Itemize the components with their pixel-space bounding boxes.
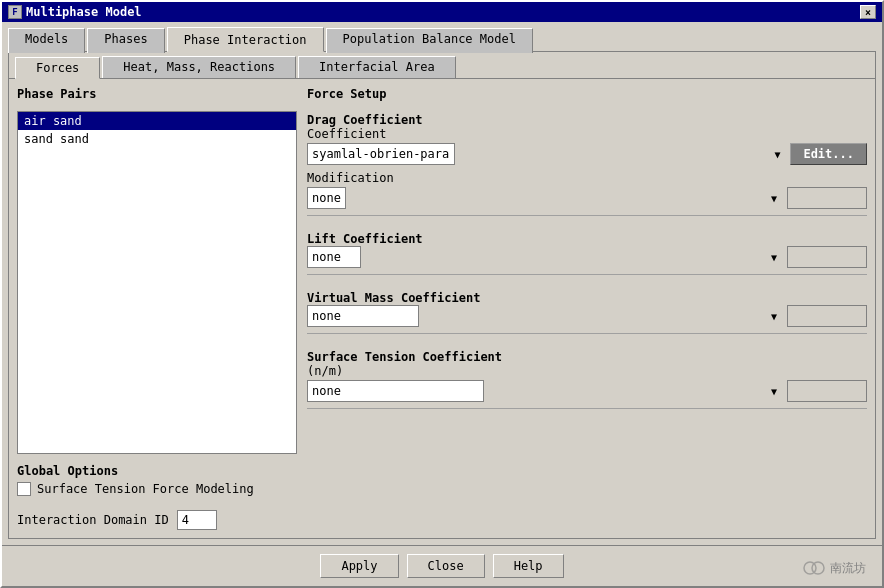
virtual-mass-row: none syamlal-obrien ▼ <box>307 305 867 327</box>
phase-pairs-label: Phase Pairs <box>17 87 297 101</box>
drag-coefficient-title: Drag Coefficient <box>307 113 867 127</box>
drag-coefficient-dropdown[interactable]: syamlal-obrien-para none schiller-nauman… <box>307 143 455 165</box>
lift-input[interactable] <box>787 246 867 268</box>
modification-dropdown[interactable]: none <box>307 187 346 209</box>
surface-tension-row: Surface Tension Force Modeling <box>17 482 297 496</box>
watermark: 南流坊 <box>802 558 866 578</box>
lift-arrow: ▼ <box>771 252 777 263</box>
surface-tension-coeff-wrapper: none continuum-surface-force ▼ <box>307 380 781 402</box>
modification-input[interactable] <box>787 187 867 209</box>
main-tabs: Models Phases Phase Interaction Populati… <box>2 22 882 51</box>
surface-tension-coeff-dropdown[interactable]: none continuum-surface-force <box>307 380 484 402</box>
window-icon: F <box>8 5 22 19</box>
svg-point-1 <box>812 562 824 574</box>
drag-coefficient-section: Drag Coefficient Coefficient syamlal-obr… <box>307 109 867 216</box>
body-area: Phase Pairs air sand sand sand Global Op… <box>9 79 875 538</box>
close-button[interactable]: Close <box>407 554 485 578</box>
edit-button[interactable]: Edit... <box>790 143 867 165</box>
left-panel: Phase Pairs air sand sand sand Global Op… <box>17 87 297 530</box>
lift-row: none moraga ▼ <box>307 246 867 268</box>
main-window: F Multiphase Model × Models Phases Phase… <box>0 0 884 588</box>
virtual-mass-input[interactable] <box>787 305 867 327</box>
apply-button[interactable]: Apply <box>320 554 398 578</box>
window-title: Multiphase Model <box>26 5 142 19</box>
force-setup-title: Force Setup <box>307 87 867 101</box>
help-button[interactable]: Help <box>493 554 564 578</box>
coefficient-label: Coefficient <box>307 127 867 141</box>
list-item[interactable]: air sand <box>18 112 296 130</box>
surface-tension-coeff-row: none continuum-surface-force ▼ <box>307 380 867 402</box>
virtual-mass-section: Virtual Mass Coefficient none syamlal-ob… <box>307 287 867 334</box>
lift-coefficient-section: Lift Coefficient none moraga ▼ <box>307 228 867 275</box>
virtual-mass-arrow: ▼ <box>771 311 777 322</box>
tab-phase-interaction[interactable]: Phase Interaction <box>167 27 324 52</box>
global-options-label: Global Options <box>17 464 297 478</box>
tab-models[interactable]: Models <box>8 28 85 53</box>
drag-coefficient-wrapper: syamlal-obrien-para none schiller-nauman… <box>307 143 784 165</box>
phase-pairs-list[interactable]: air sand sand sand <box>17 111 297 454</box>
virtual-mass-title: Virtual Mass Coefficient <box>307 291 867 305</box>
modification-arrow: ▼ <box>771 193 777 204</box>
lift-title: Lift Coefficient <box>307 232 867 246</box>
virtual-mass-wrapper: none syamlal-obrien ▼ <box>307 305 781 327</box>
modification-wrapper: none ▼ <box>307 187 781 209</box>
content-area: Forces Heat, Mass, Reactions Interfacial… <box>8 51 876 539</box>
list-item[interactable]: sand sand <box>18 130 296 148</box>
tab-population-balance[interactable]: Population Balance Model <box>326 28 533 53</box>
drag-dropdown-arrow: ▼ <box>774 149 780 160</box>
global-options-section: Global Options Surface Tension Force Mod… <box>17 464 297 496</box>
interaction-domain: Interaction Domain ID <box>17 510 297 530</box>
sub-tabs: Forces Heat, Mass, Reactions Interfacial… <box>9 52 875 79</box>
bottom-bar: Apply Close Help 南流坊 <box>2 545 882 586</box>
modification-label: Modification <box>307 171 867 185</box>
sub-tab-interfacial-area[interactable]: Interfacial Area <box>298 56 456 78</box>
interaction-domain-label: Interaction Domain ID <box>17 513 169 527</box>
watermark-text: 南流坊 <box>830 560 866 577</box>
drag-coefficient-row: syamlal-obrien-para none schiller-nauman… <box>307 143 867 165</box>
close-window-button[interactable]: × <box>860 5 876 19</box>
surface-tension-checkbox[interactable] <box>17 482 31 496</box>
surface-tension-coeff-title: Surface Tension Coefficient <box>307 350 867 364</box>
sub-tab-heat-mass[interactable]: Heat, Mass, Reactions <box>102 56 296 78</box>
lift-wrapper: none moraga ▼ <box>307 246 781 268</box>
sub-tab-forces[interactable]: Forces <box>15 57 100 79</box>
lift-dropdown[interactable]: none moraga <box>307 246 361 268</box>
title-bar: F Multiphase Model × <box>2 2 882 22</box>
interaction-domain-input[interactable] <box>177 510 217 530</box>
surface-tension-coeff-section: Surface Tension Coefficient (n/m) none c… <box>307 346 867 409</box>
modification-row: none ▼ <box>307 187 867 209</box>
surface-tension-label: Surface Tension Force Modeling <box>37 482 254 496</box>
tab-phases[interactable]: Phases <box>87 28 164 53</box>
virtual-mass-dropdown[interactable]: none syamlal-obrien <box>307 305 419 327</box>
surface-tension-coeff-input[interactable] <box>787 380 867 402</box>
surface-tension-coeff-arrow: ▼ <box>771 386 777 397</box>
surface-tension-subtitle: (n/m) <box>307 364 867 378</box>
right-panel: Force Setup Drag Coefficient Coefficient… <box>307 87 867 530</box>
watermark-icon <box>802 558 826 578</box>
title-bar-left: F Multiphase Model <box>8 5 142 19</box>
